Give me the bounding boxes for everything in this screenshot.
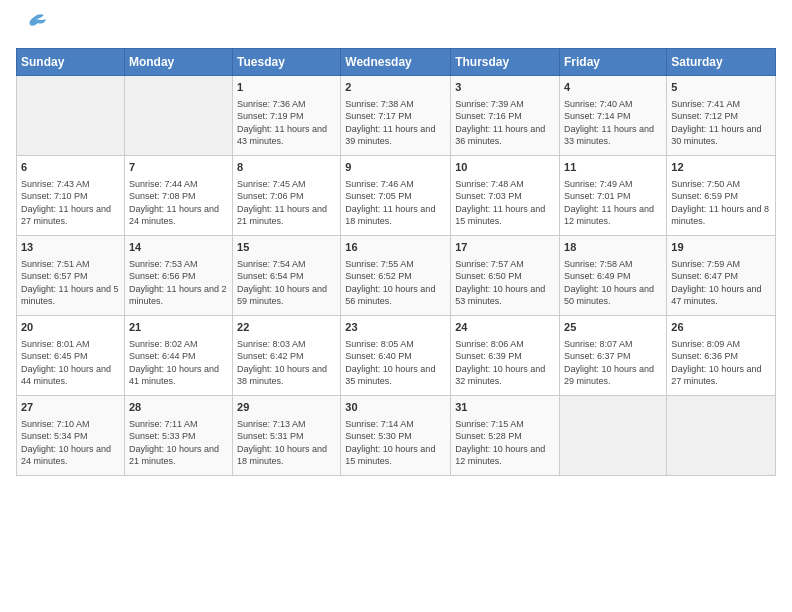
calendar-cell: 24Sunrise: 8:06 AM Sunset: 6:39 PM Dayli…	[451, 316, 560, 396]
day-number: 9	[345, 160, 446, 175]
day-info: Sunrise: 7:59 AM Sunset: 6:47 PM Dayligh…	[671, 258, 771, 308]
day-header-monday: Monday	[124, 49, 232, 76]
day-number: 29	[237, 400, 336, 415]
calendar-cell: 6Sunrise: 7:43 AM Sunset: 7:10 PM Daylig…	[17, 156, 125, 236]
day-number: 17	[455, 240, 555, 255]
calendar-cell: 18Sunrise: 7:58 AM Sunset: 6:49 PM Dayli…	[560, 236, 667, 316]
calendar-table: SundayMondayTuesdayWednesdayThursdayFrid…	[16, 48, 776, 476]
day-info: Sunrise: 8:09 AM Sunset: 6:36 PM Dayligh…	[671, 338, 771, 388]
header-row: SundayMondayTuesdayWednesdayThursdayFrid…	[17, 49, 776, 76]
day-number: 12	[671, 160, 771, 175]
day-info: Sunrise: 7:44 AM Sunset: 7:08 PM Dayligh…	[129, 178, 228, 228]
day-number: 7	[129, 160, 228, 175]
day-number: 3	[455, 80, 555, 95]
day-header-friday: Friday	[560, 49, 667, 76]
day-info: Sunrise: 7:58 AM Sunset: 6:49 PM Dayligh…	[564, 258, 662, 308]
day-info: Sunrise: 8:05 AM Sunset: 6:40 PM Dayligh…	[345, 338, 446, 388]
week-row-2: 6Sunrise: 7:43 AM Sunset: 7:10 PM Daylig…	[17, 156, 776, 236]
calendar-cell: 4Sunrise: 7:40 AM Sunset: 7:14 PM Daylig…	[560, 76, 667, 156]
day-header-wednesday: Wednesday	[341, 49, 451, 76]
day-info: Sunrise: 8:07 AM Sunset: 6:37 PM Dayligh…	[564, 338, 662, 388]
day-number: 15	[237, 240, 336, 255]
week-row-4: 20Sunrise: 8:01 AM Sunset: 6:45 PM Dayli…	[17, 316, 776, 396]
calendar-cell	[17, 76, 125, 156]
day-info: Sunrise: 8:03 AM Sunset: 6:42 PM Dayligh…	[237, 338, 336, 388]
day-info: Sunrise: 7:55 AM Sunset: 6:52 PM Dayligh…	[345, 258, 446, 308]
day-number: 26	[671, 320, 771, 335]
day-header-tuesday: Tuesday	[233, 49, 341, 76]
day-number: 19	[671, 240, 771, 255]
day-header-saturday: Saturday	[667, 49, 776, 76]
calendar-cell: 11Sunrise: 7:49 AM Sunset: 7:01 PM Dayli…	[560, 156, 667, 236]
calendar-cell: 12Sunrise: 7:50 AM Sunset: 6:59 PM Dayli…	[667, 156, 776, 236]
day-number: 22	[237, 320, 336, 335]
calendar-cell: 14Sunrise: 7:53 AM Sunset: 6:56 PM Dayli…	[124, 236, 232, 316]
calendar-cell: 2Sunrise: 7:38 AM Sunset: 7:17 PM Daylig…	[341, 76, 451, 156]
day-number: 21	[129, 320, 228, 335]
calendar-cell: 15Sunrise: 7:54 AM Sunset: 6:54 PM Dayli…	[233, 236, 341, 316]
logo	[16, 16, 48, 40]
day-number: 18	[564, 240, 662, 255]
calendar-cell: 9Sunrise: 7:46 AM Sunset: 7:05 PM Daylig…	[341, 156, 451, 236]
calendar-cell	[560, 396, 667, 476]
day-info: Sunrise: 8:06 AM Sunset: 6:39 PM Dayligh…	[455, 338, 555, 388]
day-number: 5	[671, 80, 771, 95]
week-row-3: 13Sunrise: 7:51 AM Sunset: 6:57 PM Dayli…	[17, 236, 776, 316]
day-info: Sunrise: 7:49 AM Sunset: 7:01 PM Dayligh…	[564, 178, 662, 228]
day-header-sunday: Sunday	[17, 49, 125, 76]
day-number: 28	[129, 400, 228, 415]
calendar-cell: 26Sunrise: 8:09 AM Sunset: 6:36 PM Dayli…	[667, 316, 776, 396]
day-info: Sunrise: 7:36 AM Sunset: 7:19 PM Dayligh…	[237, 98, 336, 148]
day-number: 13	[21, 240, 120, 255]
day-info: Sunrise: 7:11 AM Sunset: 5:33 PM Dayligh…	[129, 418, 228, 468]
calendar-cell: 23Sunrise: 8:05 AM Sunset: 6:40 PM Dayli…	[341, 316, 451, 396]
logo-bird-icon	[20, 9, 48, 37]
calendar-cell: 20Sunrise: 8:01 AM Sunset: 6:45 PM Dayli…	[17, 316, 125, 396]
day-number: 10	[455, 160, 555, 175]
day-number: 16	[345, 240, 446, 255]
day-number: 24	[455, 320, 555, 335]
calendar-cell: 13Sunrise: 7:51 AM Sunset: 6:57 PM Dayli…	[17, 236, 125, 316]
day-info: Sunrise: 7:54 AM Sunset: 6:54 PM Dayligh…	[237, 258, 336, 308]
day-number: 2	[345, 80, 446, 95]
day-info: Sunrise: 7:45 AM Sunset: 7:06 PM Dayligh…	[237, 178, 336, 228]
calendar-cell: 27Sunrise: 7:10 AM Sunset: 5:34 PM Dayli…	[17, 396, 125, 476]
day-number: 23	[345, 320, 446, 335]
day-info: Sunrise: 8:02 AM Sunset: 6:44 PM Dayligh…	[129, 338, 228, 388]
day-number: 6	[21, 160, 120, 175]
day-number: 30	[345, 400, 446, 415]
week-row-5: 27Sunrise: 7:10 AM Sunset: 5:34 PM Dayli…	[17, 396, 776, 476]
calendar-cell: 7Sunrise: 7:44 AM Sunset: 7:08 PM Daylig…	[124, 156, 232, 236]
calendar-cell: 25Sunrise: 8:07 AM Sunset: 6:37 PM Dayli…	[560, 316, 667, 396]
calendar-cell	[667, 396, 776, 476]
day-info: Sunrise: 8:01 AM Sunset: 6:45 PM Dayligh…	[21, 338, 120, 388]
calendar-cell: 22Sunrise: 8:03 AM Sunset: 6:42 PM Dayli…	[233, 316, 341, 396]
calendar-cell: 16Sunrise: 7:55 AM Sunset: 6:52 PM Dayli…	[341, 236, 451, 316]
day-number: 8	[237, 160, 336, 175]
calendar-cell: 29Sunrise: 7:13 AM Sunset: 5:31 PM Dayli…	[233, 396, 341, 476]
day-info: Sunrise: 7:53 AM Sunset: 6:56 PM Dayligh…	[129, 258, 228, 308]
day-info: Sunrise: 7:39 AM Sunset: 7:16 PM Dayligh…	[455, 98, 555, 148]
calendar-cell: 28Sunrise: 7:11 AM Sunset: 5:33 PM Dayli…	[124, 396, 232, 476]
calendar-cell: 21Sunrise: 8:02 AM Sunset: 6:44 PM Dayli…	[124, 316, 232, 396]
day-info: Sunrise: 7:14 AM Sunset: 5:30 PM Dayligh…	[345, 418, 446, 468]
day-info: Sunrise: 7:43 AM Sunset: 7:10 PM Dayligh…	[21, 178, 120, 228]
day-info: Sunrise: 7:15 AM Sunset: 5:28 PM Dayligh…	[455, 418, 555, 468]
day-info: Sunrise: 7:10 AM Sunset: 5:34 PM Dayligh…	[21, 418, 120, 468]
day-info: Sunrise: 7:40 AM Sunset: 7:14 PM Dayligh…	[564, 98, 662, 148]
calendar-cell: 1Sunrise: 7:36 AM Sunset: 7:19 PM Daylig…	[233, 76, 341, 156]
page-header	[16, 16, 776, 40]
calendar-cell: 19Sunrise: 7:59 AM Sunset: 6:47 PM Dayli…	[667, 236, 776, 316]
day-info: Sunrise: 7:48 AM Sunset: 7:03 PM Dayligh…	[455, 178, 555, 228]
day-number: 31	[455, 400, 555, 415]
calendar-cell: 30Sunrise: 7:14 AM Sunset: 5:30 PM Dayli…	[341, 396, 451, 476]
calendar-cell: 8Sunrise: 7:45 AM Sunset: 7:06 PM Daylig…	[233, 156, 341, 236]
day-number: 27	[21, 400, 120, 415]
calendar-cell	[124, 76, 232, 156]
week-row-1: 1Sunrise: 7:36 AM Sunset: 7:19 PM Daylig…	[17, 76, 776, 156]
day-info: Sunrise: 7:38 AM Sunset: 7:17 PM Dayligh…	[345, 98, 446, 148]
day-info: Sunrise: 7:57 AM Sunset: 6:50 PM Dayligh…	[455, 258, 555, 308]
day-info: Sunrise: 7:46 AM Sunset: 7:05 PM Dayligh…	[345, 178, 446, 228]
day-info: Sunrise: 7:51 AM Sunset: 6:57 PM Dayligh…	[21, 258, 120, 308]
calendar-cell: 5Sunrise: 7:41 AM Sunset: 7:12 PM Daylig…	[667, 76, 776, 156]
